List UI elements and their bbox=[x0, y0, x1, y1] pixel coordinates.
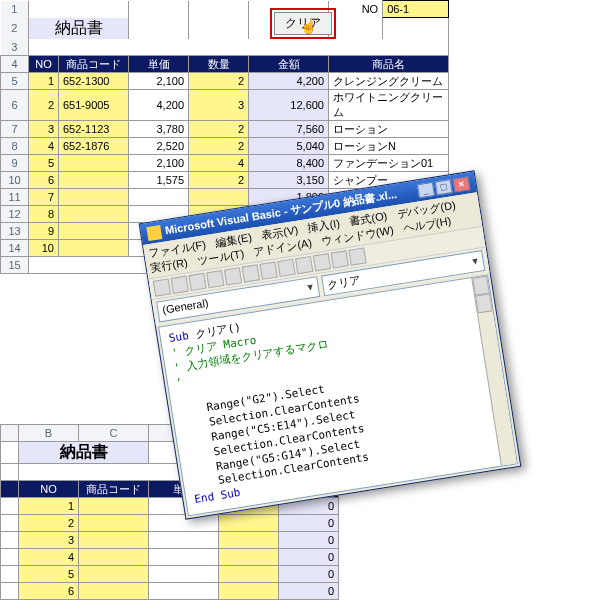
cell-amount[interactable]: 4,200 bbox=[249, 73, 329, 90]
cell-qty[interactable] bbox=[219, 515, 279, 532]
cell-no[interactable]: 5 bbox=[19, 566, 79, 583]
cell-no[interactable]: 2 bbox=[19, 515, 79, 532]
cell-no[interactable]: 10 bbox=[29, 240, 59, 257]
cell-qty[interactable] bbox=[219, 566, 279, 583]
maximize-button[interactable]: □ bbox=[435, 179, 453, 195]
row-header[interactable]: 15 bbox=[1, 257, 29, 274]
toolbar-button[interactable] bbox=[313, 253, 331, 271]
toolbar-button[interactable] bbox=[188, 273, 206, 291]
cell-code[interactable] bbox=[59, 223, 129, 240]
minimize-button[interactable]: _ bbox=[417, 181, 435, 197]
cell-amount[interactable]: 0 bbox=[279, 583, 339, 600]
cell-price[interactable]: 2,100 bbox=[129, 155, 189, 172]
cell-price[interactable]: 4,200 bbox=[129, 90, 189, 121]
cell-code[interactable] bbox=[79, 498, 149, 515]
cell-no[interactable]: 1 bbox=[19, 498, 79, 515]
cell-amount[interactable]: 0 bbox=[279, 566, 339, 583]
row-header[interactable]: 8 bbox=[1, 138, 29, 155]
cell-code[interactable] bbox=[59, 240, 129, 257]
cell-code[interactable] bbox=[79, 549, 149, 566]
cell-amount[interactable]: 0 bbox=[279, 549, 339, 566]
cell-amount[interactable]: 8,400 bbox=[249, 155, 329, 172]
toolbar-button[interactable] bbox=[153, 278, 171, 296]
cell-qty[interactable] bbox=[219, 532, 279, 549]
cell-price[interactable]: 3,780 bbox=[129, 121, 189, 138]
cell-no[interactable]: 1 bbox=[29, 73, 59, 90]
row-header[interactable]: 3 bbox=[1, 39, 29, 56]
row-header[interactable]: 14 bbox=[1, 240, 29, 257]
cell-no[interactable]: 3 bbox=[19, 532, 79, 549]
cell-code[interactable]: 651-9005 bbox=[59, 90, 129, 121]
toolbar-button[interactable] bbox=[242, 264, 260, 282]
cell-code[interactable] bbox=[59, 155, 129, 172]
cell-code[interactable]: 652-1876 bbox=[59, 138, 129, 155]
cell-no[interactable]: 4 bbox=[19, 549, 79, 566]
cell-no[interactable]: 8 bbox=[29, 206, 59, 223]
cell-price[interactable]: 1,575 bbox=[129, 172, 189, 189]
cell-no[interactable]: 5 bbox=[29, 155, 59, 172]
cell-no[interactable]: 9 bbox=[29, 223, 59, 240]
cell-amount[interactable]: 7,560 bbox=[249, 121, 329, 138]
cell-qty[interactable]: 2 bbox=[189, 73, 249, 90]
row-header[interactable]: 6 bbox=[1, 90, 29, 121]
close-button[interactable]: × bbox=[452, 176, 470, 192]
cell-price[interactable]: 2,100 bbox=[129, 73, 189, 90]
col-header[interactable]: C bbox=[79, 425, 149, 442]
row-header[interactable]: 1 bbox=[1, 1, 29, 18]
toolbar-button[interactable] bbox=[295, 256, 313, 274]
toolbar-button[interactable] bbox=[331, 250, 349, 268]
cell-no[interactable]: 6 bbox=[19, 583, 79, 600]
cell-code[interactable] bbox=[59, 206, 129, 223]
row-header[interactable]: 2 bbox=[1, 18, 29, 39]
cell-code[interactable] bbox=[79, 515, 149, 532]
row-header[interactable]: 4 bbox=[1, 56, 29, 73]
cell-price[interactable] bbox=[149, 515, 219, 532]
cell-name[interactable]: ローションN bbox=[329, 138, 449, 155]
cell-amount[interactable]: 12,600 bbox=[249, 90, 329, 121]
row-header[interactable]: 13 bbox=[1, 223, 29, 240]
cell-no[interactable]: 2 bbox=[29, 90, 59, 121]
toolbar-button[interactable] bbox=[224, 267, 242, 285]
cell-price[interactable]: 2,520 bbox=[129, 138, 189, 155]
cell-code[interactable] bbox=[59, 172, 129, 189]
cell-price[interactable] bbox=[149, 583, 219, 600]
cell-amount[interactable]: 0 bbox=[279, 515, 339, 532]
cell-code[interactable] bbox=[79, 583, 149, 600]
cell-amount[interactable]: 3,150 bbox=[249, 172, 329, 189]
cell-no[interactable]: 7 bbox=[29, 189, 59, 206]
cell-qty[interactable]: 2 bbox=[189, 138, 249, 155]
col-header[interactable]: B bbox=[19, 425, 79, 442]
cell-qty[interactable] bbox=[189, 189, 249, 206]
cell-no[interactable]: 6 bbox=[29, 172, 59, 189]
row-header[interactable]: 12 bbox=[1, 206, 29, 223]
col-header[interactable] bbox=[1, 425, 19, 442]
row-header[interactable]: 10 bbox=[1, 172, 29, 189]
vba-editor-window[interactable]: Microsoft Visual Basic - サンプル0 納品書.xl...… bbox=[139, 170, 522, 520]
cell-price[interactable] bbox=[149, 566, 219, 583]
row-header[interactable]: 11 bbox=[1, 189, 29, 206]
cell-name[interactable]: ホワイトニングクリーム bbox=[329, 90, 449, 121]
clear-button[interactable]: クリア bbox=[274, 12, 332, 35]
toolbar-button[interactable] bbox=[171, 276, 189, 294]
cell-qty[interactable]: 4 bbox=[189, 155, 249, 172]
cell-name[interactable]: クレンジングクリーム bbox=[329, 73, 449, 90]
toolbar-button[interactable] bbox=[348, 247, 366, 265]
toolbar-button[interactable] bbox=[206, 270, 224, 288]
cell-code[interactable] bbox=[59, 189, 129, 206]
toolbar-button[interactable] bbox=[259, 262, 277, 280]
cell-price[interactable] bbox=[129, 189, 189, 206]
cell-code[interactable]: 652-1300 bbox=[59, 73, 129, 90]
cell-qty[interactable]: 2 bbox=[189, 121, 249, 138]
cell-name[interactable]: ファンデーション01 bbox=[329, 155, 449, 172]
cell-no[interactable]: 4 bbox=[29, 138, 59, 155]
cell-price[interactable] bbox=[149, 532, 219, 549]
row-header[interactable]: 5 bbox=[1, 73, 29, 90]
cell-qty[interactable] bbox=[219, 549, 279, 566]
cell-name[interactable]: ローション bbox=[329, 121, 449, 138]
row-header[interactable]: 7 bbox=[1, 121, 29, 138]
cell-qty[interactable] bbox=[219, 583, 279, 600]
cell-code[interactable]: 652-1123 bbox=[59, 121, 129, 138]
cell-code[interactable] bbox=[79, 532, 149, 549]
cell-amount[interactable]: 5,040 bbox=[249, 138, 329, 155]
cell-code[interactable] bbox=[79, 566, 149, 583]
